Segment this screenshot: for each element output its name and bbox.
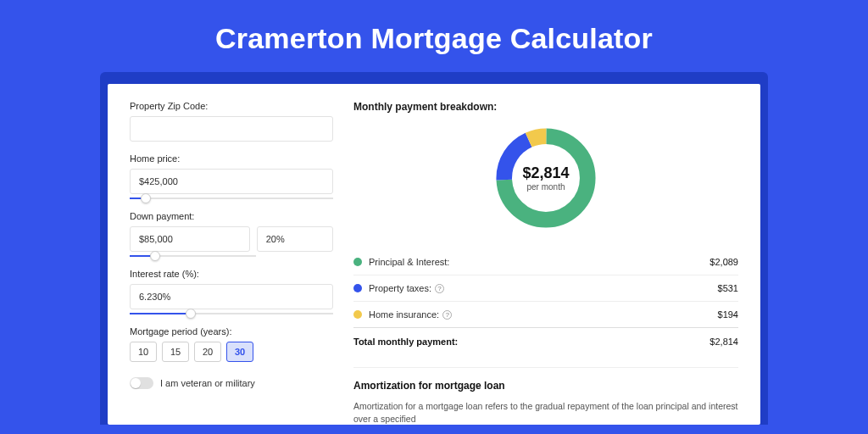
breakdown-title: Monthly payment breakdown: xyxy=(353,101,738,113)
home-price-label: Home price: xyxy=(130,153,333,164)
page-title: Cramerton Mortgage Calculator xyxy=(0,0,868,72)
field-interest: Interest rate (%): xyxy=(130,269,333,314)
donut-amount: $2,814 xyxy=(522,164,569,182)
field-home-price: Home price: xyxy=(130,153,333,199)
veteran-row: I am veteran or military xyxy=(130,377,333,389)
period-label: Mortgage period (years): xyxy=(130,326,333,337)
down-payment-slider[interactable] xyxy=(130,255,256,257)
legend-dot-icon xyxy=(353,258,362,266)
breakdown-value: $194 xyxy=(718,309,738,320)
donut-center: $2,814 per month xyxy=(491,123,601,233)
amortization-text: Amortization for a mortgage loan refers … xyxy=(353,400,738,425)
help-icon[interactable]: ? xyxy=(435,284,444,293)
veteran-label: I am veteran or military xyxy=(160,378,255,388)
field-down-payment: Down payment: xyxy=(130,211,333,257)
donut-sub: per month xyxy=(526,182,565,192)
down-payment-input[interactable] xyxy=(130,226,250,252)
breakdown-label: Property taxes:? xyxy=(369,283,718,293)
breakdown-value: $2,089 xyxy=(709,257,738,267)
total-value: $2,814 xyxy=(709,337,738,347)
slider-thumb[interactable] xyxy=(186,309,196,319)
period-buttons: 10152030 xyxy=(130,342,333,362)
amortization-section: Amortization for mortgage loan Amortizat… xyxy=(353,367,738,425)
breakdown-label: Home insurance:? xyxy=(369,309,718,320)
breakdown-row: Property taxes:?$531 xyxy=(353,275,738,301)
interest-slider[interactable] xyxy=(130,313,333,314)
interest-input[interactable] xyxy=(130,284,333,309)
amortization-title: Amortization for mortgage loan xyxy=(353,380,738,392)
form-column: Property Zip Code: Home price: Down paym… xyxy=(130,101,333,425)
home-price-slider[interactable] xyxy=(130,198,333,199)
slider-thumb[interactable] xyxy=(141,193,151,203)
period-btn-20[interactable]: 20 xyxy=(194,342,221,362)
field-zip: Property Zip Code: xyxy=(130,101,333,142)
legend-dot-icon xyxy=(353,284,362,292)
help-icon[interactable]: ? xyxy=(442,310,452,320)
down-payment-pct-input[interactable] xyxy=(257,226,333,252)
legend-dot-icon xyxy=(353,310,362,319)
period-btn-10[interactable]: 10 xyxy=(130,342,157,362)
zip-input[interactable] xyxy=(130,116,333,142)
period-btn-30[interactable]: 30 xyxy=(226,342,253,362)
breakdown-row: Home insurance:?$194 xyxy=(353,301,738,327)
total-label: Total monthly payment: xyxy=(353,337,709,347)
period-btn-15[interactable]: 15 xyxy=(162,342,189,362)
card-backdrop: Property Zip Code: Home price: Down paym… xyxy=(100,72,768,425)
total-row: Total monthly payment: $2,814 xyxy=(353,327,738,355)
home-price-input[interactable] xyxy=(130,169,333,194)
donut-wrap: $2,814 per month xyxy=(353,123,738,233)
calculator-card: Property Zip Code: Home price: Down paym… xyxy=(108,84,760,425)
breakdown-list: Principal & Interest:$2,089Property taxe… xyxy=(353,248,738,327)
breakdown-column: Monthly payment breakdown: $2,814 per mo… xyxy=(353,101,738,425)
field-period: Mortgage period (years): 10152030 xyxy=(130,326,333,362)
breakdown-label: Principal & Interest: xyxy=(369,257,709,267)
donut-chart: $2,814 per month xyxy=(491,123,601,233)
breakdown-value: $531 xyxy=(718,283,738,293)
interest-label: Interest rate (%): xyxy=(130,269,333,279)
down-payment-label: Down payment: xyxy=(130,211,333,221)
zip-label: Property Zip Code: xyxy=(130,101,333,111)
breakdown-row: Principal & Interest:$2,089 xyxy=(353,248,738,275)
toggle-knob xyxy=(131,378,141,388)
slider-thumb[interactable] xyxy=(150,251,160,261)
veteran-toggle[interactable] xyxy=(130,377,153,389)
